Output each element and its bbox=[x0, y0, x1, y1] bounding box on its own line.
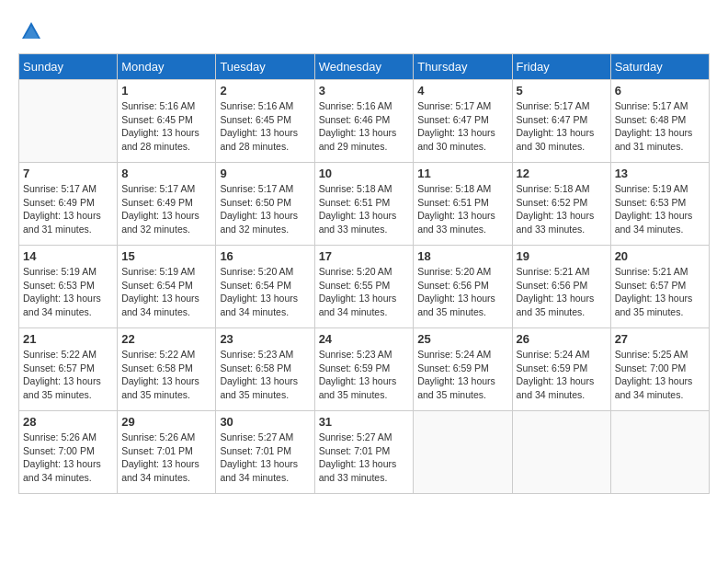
day-info: Sunrise: 5:26 AM Sunset: 7:01 PM Dayligh… bbox=[121, 431, 211, 485]
calendar-cell: 22Sunrise: 5:22 AM Sunset: 6:58 PM Dayli… bbox=[118, 328, 216, 411]
calendar-cell: 29Sunrise: 5:26 AM Sunset: 7:01 PM Dayli… bbox=[118, 411, 216, 494]
day-info: Sunrise: 5:19 AM Sunset: 6:53 PM Dayligh… bbox=[23, 265, 113, 319]
day-number: 2 bbox=[220, 84, 310, 98]
column-header-wednesday: Wednesday bbox=[314, 54, 414, 80]
day-info: Sunrise: 5:21 AM Sunset: 6:56 PM Dayligh… bbox=[517, 265, 607, 319]
calendar-cell: 15Sunrise: 5:19 AM Sunset: 6:54 PM Dayli… bbox=[118, 246, 216, 328]
calendar-cell bbox=[414, 411, 512, 494]
day-info: Sunrise: 5:20 AM Sunset: 6:54 PM Dayligh… bbox=[220, 265, 310, 319]
calendar-week-row: 28Sunrise: 5:26 AM Sunset: 7:00 PM Dayli… bbox=[19, 411, 710, 494]
day-info: Sunrise: 5:25 AM Sunset: 7:00 PM Dayligh… bbox=[615, 348, 705, 402]
day-number: 19 bbox=[517, 249, 607, 263]
calendar-cell: 23Sunrise: 5:23 AM Sunset: 6:58 PM Dayli… bbox=[216, 328, 314, 411]
day-info: Sunrise: 5:16 AM Sunset: 6:46 PM Dayligh… bbox=[319, 99, 410, 154]
day-number: 11 bbox=[417, 167, 507, 180]
calendar-week-row: 1Sunrise: 5:16 AM Sunset: 6:45 PM Daylig… bbox=[19, 80, 710, 163]
day-info: Sunrise: 5:19 AM Sunset: 6:53 PM Dayligh… bbox=[615, 182, 705, 236]
day-info: Sunrise: 5:21 AM Sunset: 6:57 PM Dayligh… bbox=[615, 265, 705, 319]
calendar-cell: 7Sunrise: 5:17 AM Sunset: 6:49 PM Daylig… bbox=[19, 163, 118, 246]
column-header-thursday: Thursday bbox=[414, 54, 512, 80]
calendar-cell: 26Sunrise: 5:24 AM Sunset: 6:59 PM Dayli… bbox=[512, 328, 610, 411]
day-info: Sunrise: 5:24 AM Sunset: 6:59 PM Dayligh… bbox=[417, 348, 507, 402]
day-number: 14 bbox=[23, 249, 113, 263]
calendar-cell: 10Sunrise: 5:18 AM Sunset: 6:51 PM Dayli… bbox=[314, 163, 414, 246]
day-number: 18 bbox=[417, 249, 507, 263]
calendar-cell: 25Sunrise: 5:24 AM Sunset: 6:59 PM Dayli… bbox=[414, 328, 512, 411]
day-number: 15 bbox=[121, 249, 211, 263]
day-info: Sunrise: 5:18 AM Sunset: 6:52 PM Dayligh… bbox=[517, 182, 607, 236]
day-info: Sunrise: 5:18 AM Sunset: 6:51 PM Dayligh… bbox=[417, 182, 507, 236]
calendar-cell: 5Sunrise: 5:17 AM Sunset: 6:47 PM Daylig… bbox=[512, 80, 610, 163]
calendar-cell: 18Sunrise: 5:20 AM Sunset: 6:56 PM Dayli… bbox=[414, 246, 512, 328]
calendar-week-row: 14Sunrise: 5:19 AM Sunset: 6:53 PM Dayli… bbox=[19, 246, 710, 328]
page-header bbox=[18, 18, 710, 44]
day-number: 21 bbox=[23, 332, 113, 346]
column-header-friday: Friday bbox=[512, 54, 610, 80]
column-header-saturday: Saturday bbox=[610, 54, 709, 80]
calendar-table: SundayMondayTuesdayWednesdayThursdayFrid… bbox=[18, 53, 710, 494]
calendar-cell: 1Sunrise: 5:16 AM Sunset: 6:45 PM Daylig… bbox=[118, 80, 216, 163]
day-info: Sunrise: 5:18 AM Sunset: 6:51 PM Dayligh… bbox=[319, 182, 410, 236]
calendar-cell: 11Sunrise: 5:18 AM Sunset: 6:51 PM Dayli… bbox=[414, 163, 512, 246]
day-info: Sunrise: 5:27 AM Sunset: 7:01 PM Dayligh… bbox=[220, 431, 310, 485]
day-info: Sunrise: 5:22 AM Sunset: 6:58 PM Dayligh… bbox=[121, 348, 211, 402]
logo bbox=[18, 18, 48, 44]
day-number: 4 bbox=[417, 84, 507, 98]
day-number: 17 bbox=[319, 249, 410, 263]
calendar-cell: 16Sunrise: 5:20 AM Sunset: 6:54 PM Dayli… bbox=[216, 246, 314, 328]
day-info: Sunrise: 5:17 AM Sunset: 6:47 PM Dayligh… bbox=[417, 99, 507, 154]
day-info: Sunrise: 5:16 AM Sunset: 6:45 PM Dayligh… bbox=[220, 99, 310, 154]
day-number: 10 bbox=[319, 167, 410, 180]
day-number: 16 bbox=[220, 249, 310, 263]
day-number: 28 bbox=[23, 415, 113, 429]
calendar-cell: 24Sunrise: 5:23 AM Sunset: 6:59 PM Dayli… bbox=[314, 328, 414, 411]
calendar-week-row: 21Sunrise: 5:22 AM Sunset: 6:57 PM Dayli… bbox=[19, 328, 710, 411]
day-info: Sunrise: 5:26 AM Sunset: 7:00 PM Dayligh… bbox=[23, 431, 113, 485]
day-info: Sunrise: 5:20 AM Sunset: 6:55 PM Dayligh… bbox=[319, 265, 410, 319]
column-header-sunday: Sunday bbox=[19, 54, 118, 80]
day-info: Sunrise: 5:17 AM Sunset: 6:49 PM Dayligh… bbox=[23, 182, 113, 236]
calendar-cell: 20Sunrise: 5:21 AM Sunset: 6:57 PM Dayli… bbox=[610, 246, 709, 328]
day-number: 8 bbox=[121, 167, 211, 180]
day-number: 1 bbox=[121, 84, 211, 98]
day-info: Sunrise: 5:24 AM Sunset: 6:59 PM Dayligh… bbox=[517, 348, 607, 402]
calendar-cell bbox=[512, 411, 610, 494]
calendar-cell: 12Sunrise: 5:18 AM Sunset: 6:52 PM Dayli… bbox=[512, 163, 610, 246]
day-info: Sunrise: 5:27 AM Sunset: 7:01 PM Dayligh… bbox=[319, 431, 410, 485]
day-number: 22 bbox=[121, 332, 211, 346]
column-header-monday: Monday bbox=[118, 54, 216, 80]
calendar-cell: 9Sunrise: 5:17 AM Sunset: 6:50 PM Daylig… bbox=[216, 163, 314, 246]
day-number: 25 bbox=[417, 332, 507, 346]
day-number: 26 bbox=[517, 332, 607, 346]
calendar-cell: 13Sunrise: 5:19 AM Sunset: 6:53 PM Dayli… bbox=[610, 163, 709, 246]
calendar-cell: 21Sunrise: 5:22 AM Sunset: 6:57 PM Dayli… bbox=[19, 328, 118, 411]
day-number: 29 bbox=[121, 415, 211, 429]
calendar-cell: 4Sunrise: 5:17 AM Sunset: 6:47 PM Daylig… bbox=[414, 80, 512, 163]
calendar-cell: 3Sunrise: 5:16 AM Sunset: 6:46 PM Daylig… bbox=[314, 80, 414, 163]
calendar-cell bbox=[19, 80, 118, 163]
day-number: 27 bbox=[615, 332, 705, 346]
calendar-cell: 2Sunrise: 5:16 AM Sunset: 6:45 PM Daylig… bbox=[216, 80, 314, 163]
day-info: Sunrise: 5:17 AM Sunset: 6:50 PM Dayligh… bbox=[220, 182, 310, 236]
calendar-cell: 31Sunrise: 5:27 AM Sunset: 7:01 PM Dayli… bbox=[314, 411, 414, 494]
day-info: Sunrise: 5:23 AM Sunset: 6:59 PM Dayligh… bbox=[319, 348, 410, 402]
day-number: 6 bbox=[615, 84, 705, 98]
day-number: 9 bbox=[220, 167, 310, 180]
calendar-cell: 6Sunrise: 5:17 AM Sunset: 6:48 PM Daylig… bbox=[610, 80, 709, 163]
calendar-cell: 19Sunrise: 5:21 AM Sunset: 6:56 PM Dayli… bbox=[512, 246, 610, 328]
day-info: Sunrise: 5:17 AM Sunset: 6:47 PM Dayligh… bbox=[517, 99, 607, 154]
calendar-cell: 28Sunrise: 5:26 AM Sunset: 7:00 PM Dayli… bbox=[19, 411, 118, 494]
day-number: 5 bbox=[517, 84, 607, 98]
calendar-cell: 17Sunrise: 5:20 AM Sunset: 6:55 PM Dayli… bbox=[314, 246, 414, 328]
calendar-header-row: SundayMondayTuesdayWednesdayThursdayFrid… bbox=[19, 54, 710, 80]
calendar-cell: 14Sunrise: 5:19 AM Sunset: 6:53 PM Dayli… bbox=[19, 246, 118, 328]
calendar-cell bbox=[610, 411, 709, 494]
day-number: 7 bbox=[23, 167, 113, 180]
day-number: 30 bbox=[220, 415, 310, 429]
calendar-cell: 27Sunrise: 5:25 AM Sunset: 7:00 PM Dayli… bbox=[610, 328, 709, 411]
day-info: Sunrise: 5:22 AM Sunset: 6:57 PM Dayligh… bbox=[23, 348, 113, 402]
calendar-week-row: 7Sunrise: 5:17 AM Sunset: 6:49 PM Daylig… bbox=[19, 163, 710, 246]
logo-icon bbox=[18, 18, 44, 44]
day-number: 3 bbox=[319, 84, 410, 98]
calendar-cell: 30Sunrise: 5:27 AM Sunset: 7:01 PM Dayli… bbox=[216, 411, 314, 494]
